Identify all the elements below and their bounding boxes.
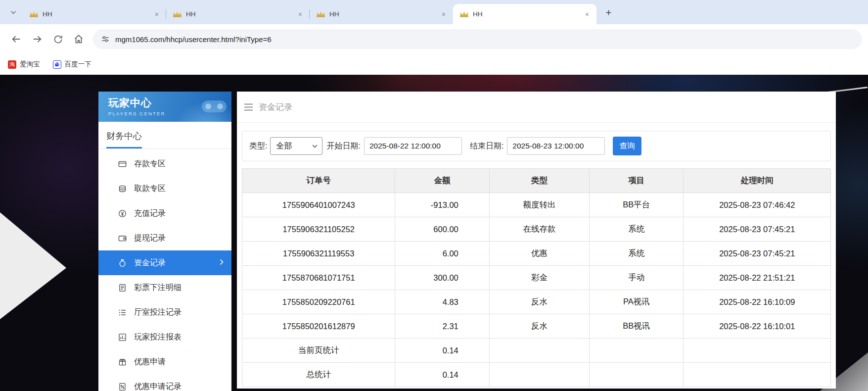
page-header: 资金记录 (237, 92, 836, 123)
sidebar-menu-item[interactable]: 厅室投注记录 (98, 300, 231, 325)
site-favicon-icon (460, 11, 468, 17)
bookmark-taobao[interactable]: 淘 爱淘宝 (8, 60, 40, 69)
bookmark-baidu[interactable]: 百度一下 (53, 60, 91, 69)
cell-project: BB平台 (590, 193, 684, 217)
menu-item-label: 优惠申请记录 (134, 382, 182, 391)
tab-close-icon[interactable] (152, 10, 161, 19)
menu-item-label: 充值记录 (134, 208, 166, 219)
sidebar-menu-item[interactable]: 充值记录 (98, 201, 231, 226)
table-row: 当前页统计 0.14 (242, 339, 831, 363)
cell-project: 手动 (590, 266, 684, 290)
withdraw-icon (118, 185, 127, 193)
site-favicon-icon (30, 11, 38, 17)
cell-amount: 0.14 (395, 339, 489, 363)
new-tab-button[interactable] (601, 5, 616, 20)
start-date-label: 开始日期: (326, 141, 360, 151)
browser-tab[interactable]: HH (453, 4, 596, 24)
search-button[interactable]: 查询 (613, 137, 641, 155)
cell-amount: 4.83 (395, 290, 489, 314)
browser-tab[interactable]: HH (23, 4, 166, 24)
tab-title: HH (43, 10, 148, 18)
type-label: 类型: (249, 141, 267, 151)
sidebar-menu-item[interactable]: 资金记录 (98, 250, 231, 275)
sidebar-menu-item[interactable]: 取款专区 (98, 176, 231, 201)
cell-time: 2025-08-22 16:10:01 (684, 314, 831, 339)
cell-project: 系统 (590, 217, 684, 242)
cell-type: 反水 (489, 314, 589, 339)
sidebar-menu-item[interactable]: 存款专区 (98, 151, 231, 176)
back-icon[interactable] (6, 29, 27, 49)
cell-time (684, 363, 831, 387)
cell-time: 2025-08-23 07:45:21 (684, 217, 831, 242)
cell-order-no: 1755906321105252 (242, 217, 395, 242)
tune-icon[interactable] (101, 35, 110, 44)
funds-table: 订单号金额类型项目处理时间 1755906401007243 -913.00 额… (242, 168, 831, 387)
cell-type (489, 363, 589, 387)
table-header-cell: 处理时间 (684, 169, 831, 193)
cell-order-no: 1755906321119553 (242, 242, 395, 266)
site-favicon-icon (317, 11, 325, 17)
tab-close-icon[interactable] (583, 10, 592, 19)
browser-tab[interactable]: HH (166, 4, 310, 24)
cell-order-no: 1755870681071751 (242, 266, 395, 290)
gamepad-icon (201, 98, 228, 115)
sidebar-menu-item[interactable]: 优惠申请 (98, 349, 231, 374)
sidebar-menu-item[interactable]: 优惠申请记录 (98, 374, 231, 391)
reload-icon[interactable] (47, 29, 68, 49)
tab-close-icon[interactable] (439, 10, 448, 19)
bookmark-label: 百度一下 (65, 60, 91, 69)
cell-type: 在线存款 (489, 217, 589, 242)
end-date-label: 结束日期: (470, 141, 503, 151)
site-favicon-icon (173, 11, 182, 17)
cell-time: 2025-08-22 16:10:09 (684, 290, 831, 314)
tab-search-icon[interactable] (6, 5, 21, 20)
cell-order-no: 总统计 (242, 363, 395, 387)
tab-title: HH (186, 10, 291, 18)
background-wedge-art (0, 212, 66, 319)
hamburger-menu-icon[interactable] (244, 103, 253, 111)
tabs: HH HH HH (23, 0, 596, 24)
sidebar-menu-item[interactable]: 提现记录 (98, 226, 231, 250)
cell-time (684, 339, 831, 363)
sidebar-menu: 存款专区 取款专区 (98, 149, 231, 391)
type-select-value: 全部 (276, 141, 292, 151)
cell-order-no: 1755850201612879 (242, 314, 395, 339)
url-bar[interactable]: mgm1065.com/hhcp/usercenter.html?iniType… (93, 29, 862, 49)
type-select[interactable]: 全部 (270, 137, 322, 155)
browser-window: HH HH HH (0, 0, 868, 391)
cell-amount: 300.00 (395, 266, 489, 290)
chevron-down-icon (312, 145, 318, 148)
table-header-cell: 类型 (489, 169, 589, 193)
sidebar-menu-item[interactable]: 玩家投注报表 (98, 325, 231, 349)
table-row: 1755906321105252 600.00 在线存款 系统 2025-08-… (242, 217, 831, 242)
cell-amount: -913.00 (395, 193, 489, 217)
start-date-input[interactable] (364, 137, 462, 155)
browser-tab[interactable]: HH (310, 4, 453, 24)
players-center-header: 玩家中心 PLAYERS CENTER (98, 92, 231, 122)
cashout-icon (118, 234, 127, 243)
report-icon (118, 333, 127, 342)
cell-time: 2025-08-23 07:45:21 (684, 242, 831, 266)
tab-close-icon[interactable] (296, 10, 305, 19)
hall-icon (118, 308, 127, 317)
page-background: 玩家中心 PLAYERS CENTER 财务中心 存款专区 (0, 75, 868, 391)
promo-record-icon (118, 383, 127, 391)
table-header-row: 订单号金额类型项目处理时间 (242, 169, 831, 193)
table-row: 1755906321119553 6.00 优惠 系统 2025-08-23 0… (242, 242, 831, 266)
cell-time: 2025-08-22 21:51:21 (684, 266, 831, 290)
table-row: 总统计 0.14 (242, 363, 831, 387)
table-row: 1755850201612879 2.31 反水 BB视讯 2025-08-22… (242, 314, 831, 339)
menu-item-label: 资金记录 (134, 258, 166, 268)
sidebar-menu-item[interactable]: 彩票下注明细 (98, 275, 231, 300)
forward-icon[interactable] (27, 29, 47, 49)
lottery-icon (118, 284, 127, 292)
table-header-cell: 金额 (395, 169, 489, 193)
menu-item-label: 彩票下注明细 (134, 283, 182, 293)
table-header-cell: 项目 (590, 169, 684, 193)
deposit-icon (118, 160, 127, 168)
tab-strip: HH HH HH (0, 0, 868, 24)
url-text[interactable]: mgm1065.com/hhcp/usercenter.html?iniType… (115, 35, 272, 44)
cell-type (489, 339, 589, 363)
end-date-input[interactable] (507, 137, 605, 155)
home-icon[interactable] (68, 29, 89, 49)
